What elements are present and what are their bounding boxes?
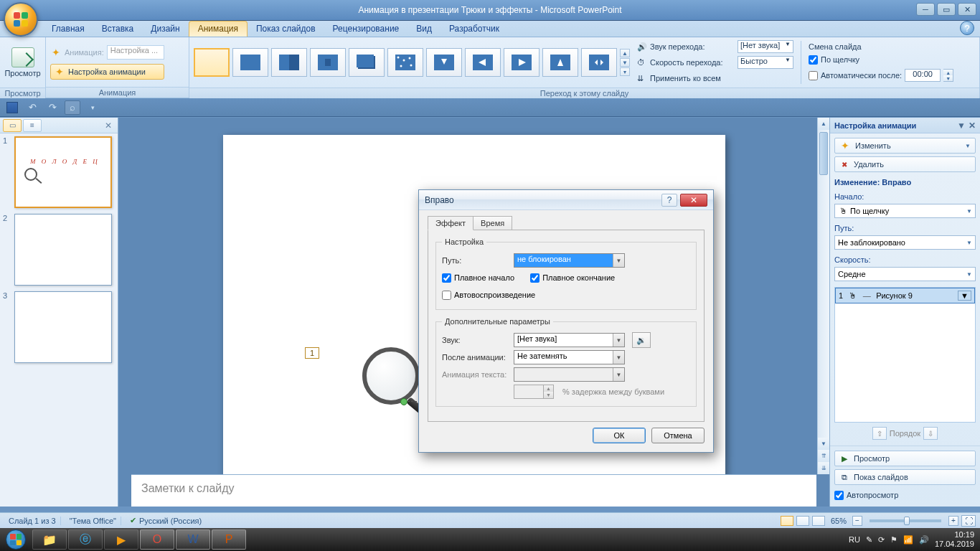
auto-after-spinner[interactable]: ▲▼	[943, 69, 953, 82]
slideshow-view-button[interactable]	[812, 516, 825, 526]
tab-insert[interactable]: Вставка	[93, 22, 143, 37]
tab-home[interactable]: Главная	[43, 22, 93, 37]
smooth-start-checkbox[interactable]	[442, 273, 451, 283]
minimize-button[interactable]: ─	[916, 3, 935, 16]
item-menu[interactable]: ▼	[958, 291, 971, 301]
tab-review[interactable]: Рецензирование	[324, 22, 408, 37]
sound-preview-button[interactable]: 🔉	[632, 332, 651, 348]
status-language[interactable]: Русский (Россия)	[139, 517, 202, 525]
dlg-sound-combo[interactable]: [Нет звука]▼	[514, 333, 625, 347]
tab-slideshow[interactable]: Показ слайдов	[248, 22, 324, 37]
magnifier-shape[interactable]	[362, 347, 420, 405]
transition-fade-2[interactable]	[271, 48, 307, 77]
pane-close[interactable]: ✕	[969, 121, 976, 131]
transition-wipe-left[interactable]	[465, 48, 501, 77]
slides-tab[interactable]: ▭	[3, 119, 22, 132]
restore-button[interactable]: ▭	[937, 3, 956, 16]
taskbar-powerpoint[interactable]: P	[212, 529, 246, 550]
dialog-tab-effect[interactable]: Эффект	[428, 216, 473, 230]
smooth-end-checkbox[interactable]	[530, 273, 540, 283]
outline-tab[interactable]: ≡	[23, 119, 42, 132]
transition-speed-select[interactable]: Быстро▼	[738, 56, 793, 69]
transition-wipe-down[interactable]	[426, 48, 462, 77]
animation-order-marker[interactable]: 1	[305, 347, 319, 359]
on-click-checkbox[interactable]	[809, 55, 818, 65]
change-effect-button[interactable]: ✦ Изменить ▼	[834, 138, 976, 154]
tray-updates-icon[interactable]: ⟳	[878, 535, 885, 545]
tab-animation[interactable]: Анимация	[189, 21, 248, 37]
tab-design[interactable]: Дизайн	[142, 22, 188, 37]
transition-fade-1[interactable]	[232, 48, 268, 77]
thumb-panel-close[interactable]: ✕	[102, 121, 115, 131]
zoom-fit-button[interactable]: ⛶	[961, 515, 976, 527]
reorder-up[interactable]: ⇧	[872, 427, 887, 440]
autoreverse-checkbox[interactable]	[442, 291, 451, 300]
dlg-after-combo[interactable]: Не затемнять▼	[514, 350, 625, 364]
zoom-in-button[interactable]: +	[948, 516, 958, 526]
taskbar-opera[interactable]: O	[140, 529, 174, 550]
dialog-tab-time[interactable]: Время	[473, 216, 512, 230]
gallery-more[interactable]: ▲▼▾	[620, 49, 630, 76]
transition-wipe-up[interactable]	[542, 48, 578, 77]
tray-language[interactable]: RU	[849, 535, 860, 544]
slide-thumbnail-2[interactable]	[14, 214, 112, 286]
office-button[interactable]	[4, 2, 38, 37]
taskbar-word[interactable]: W	[176, 529, 210, 550]
zoom-value[interactable]: 65%	[831, 517, 847, 525]
tray-volume-icon[interactable]	[919, 535, 929, 545]
taskbar-media[interactable]: ▶	[104, 529, 138, 550]
auto-after-time[interactable]: 00:00	[905, 69, 941, 82]
dialog-close-button[interactable]: ✕	[680, 194, 707, 207]
animation-dropdown[interactable]: Настройка ...	[107, 45, 164, 60]
tab-developer[interactable]: Разработчик	[440, 22, 508, 37]
auto-after-checkbox[interactable]	[809, 71, 818, 80]
transition-split[interactable]	[581, 48, 617, 77]
vertical-scrollbar[interactable]: ▲ ▼ ⇈ ⇊	[817, 118, 829, 474]
tray-network-icon[interactable]	[903, 535, 913, 545]
slide-thumbnail-1[interactable]: М О Л О Д Е Ц	[14, 136, 112, 208]
save-button[interactable]	[4, 100, 20, 115]
sorter-view-button[interactable]	[796, 516, 809, 526]
animation-list-item[interactable]: 1 Рисунок 9 ▼	[835, 288, 975, 303]
transition-cut[interactable]	[310, 48, 346, 77]
normal-view-button[interactable]	[781, 516, 793, 526]
notes-area[interactable]: Заметки к слайду	[131, 474, 816, 507]
transition-cut-2[interactable]	[349, 48, 385, 77]
tab-view[interactable]: Вид	[407, 22, 440, 37]
spellcheck-icon[interactable]: ✔	[130, 516, 136, 525]
dialog-cancel-button[interactable]: Отмена	[651, 428, 705, 443]
pane-slideshow-button[interactable]: Показ слайдов	[834, 469, 976, 485]
undo-button[interactable]: ↶	[24, 100, 40, 115]
close-button[interactable]: ✕	[958, 3, 976, 16]
zoom-slider[interactable]	[870, 519, 941, 522]
redo-button[interactable]: ↷	[44, 100, 60, 115]
apply-to-all-button[interactable]: ⇊ Применить ко всем	[637, 71, 793, 85]
tray-action-center-icon[interactable]	[890, 535, 897, 545]
path-select[interactable]: Не заблокировано▼	[834, 235, 976, 250]
slide-thumbnail-3[interactable]	[14, 291, 112, 363]
custom-animation-button[interactable]: ✦ Настройка анимации	[50, 64, 164, 80]
dialog-help-button[interactable]: ?	[661, 194, 677, 207]
speed-select[interactable]: Средне▼	[834, 267, 976, 281]
transition-sound-select[interactable]: [Нет звука]▼	[738, 40, 793, 53]
reorder-down[interactable]: ⇩	[923, 427, 938, 440]
preview-button[interactable]: Просмотр	[4, 39, 41, 85]
tray-clock[interactable]: 10:19 17.04.2019	[935, 530, 974, 549]
qat-customize[interactable]: ▾	[85, 100, 100, 115]
taskbar-ie[interactable]: ⓔ	[68, 529, 103, 550]
tray-pen-icon[interactable]: ✎	[866, 535, 872, 545]
autopreview-checkbox[interactable]	[834, 491, 844, 500]
qat-more-button[interactable]: ⌕	[65, 100, 80, 115]
transition-wipe-right[interactable]	[504, 48, 540, 77]
transition-none[interactable]	[194, 48, 230, 77]
start-select[interactable]: По щелчку▼	[834, 204, 976, 218]
zoom-out-button[interactable]: −	[852, 516, 862, 526]
start-button[interactable]	[0, 528, 32, 551]
dialog-ok-button[interactable]: ОК	[593, 428, 646, 443]
taskbar-explorer[interactable]: 📁	[32, 529, 67, 550]
pane-menu[interactable]: ▼	[957, 121, 966, 131]
dlg-path-combo[interactable]: не блокирован▼	[514, 253, 625, 268]
remove-effect-button[interactable]: Удалить	[834, 156, 976, 172]
pane-preview-button[interactable]: Просмотр	[834, 451, 976, 466]
transition-dissolve[interactable]	[387, 48, 423, 77]
